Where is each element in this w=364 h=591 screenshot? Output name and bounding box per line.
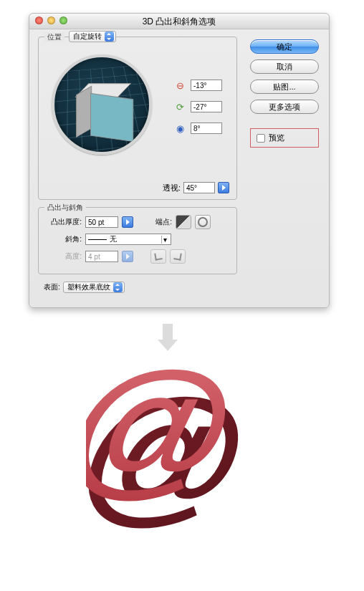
perspective-label: 透视: <box>163 183 181 193</box>
position-mode-value: 自定旋转 <box>73 32 102 42</box>
trackball-cube <box>76 83 128 135</box>
map-art-label: 贴图... <box>273 82 295 92</box>
cap-label: 端点: <box>150 217 172 227</box>
bevel-value: 无 <box>110 234 117 244</box>
map-art-button[interactable]: 贴图... <box>250 80 319 94</box>
cap-hollow-button[interactable] <box>195 215 211 229</box>
minimize-icon[interactable] <box>47 16 55 24</box>
axis-y-icon: ⟳ <box>173 100 186 113</box>
surface-label: 表面: <box>44 282 60 292</box>
bevel-line-icon <box>88 239 107 240</box>
position-legend: 位置 <box>44 32 64 42</box>
popup-arrows-icon <box>105 32 114 42</box>
axis-x-icon: ⊖ <box>173 79 186 92</box>
angle-z-input[interactable] <box>191 122 222 134</box>
position-group: 位置 自定旋转 ⊖ ⟳ ◉ <box>38 37 237 200</box>
height-label: 高度: <box>46 251 82 261</box>
preview-label: 预览 <box>269 133 284 143</box>
angle-y-row: ⟳ <box>173 100 222 113</box>
surface-row: 表面: 塑料效果底纹 <box>44 282 125 293</box>
bevel-label: 斜角: <box>46 234 82 244</box>
cancel-label: 取消 <box>277 62 292 72</box>
depth-row: 凸出厚度: 端点: <box>46 215 229 229</box>
angle-z-row: ◉ <box>173 122 222 135</box>
preview-checkbox-box[interactable]: 预览 <box>250 128 319 148</box>
popup-arrows-icon <box>113 282 123 292</box>
extrude-legend: 凸出与斜角 <box>44 203 86 213</box>
perspective-input[interactable] <box>183 182 215 193</box>
rotation-trackball[interactable] <box>52 54 152 155</box>
bevel-in-button <box>150 249 166 264</box>
surface-value: 塑料效果底纹 <box>67 282 110 292</box>
perspective-row: 透视: <box>163 182 229 193</box>
ok-button[interactable]: 确定 <box>250 39 319 54</box>
axis-z-icon: ◉ <box>173 122 186 135</box>
depth-input[interactable] <box>85 216 118 228</box>
angle-y-input[interactable] <box>191 101 222 112</box>
button-column: 确定 取消 贴图... 更多选项 预览 <box>250 39 319 148</box>
close-icon[interactable] <box>35 16 43 24</box>
bevel-row: 斜角: 无 ▾ <box>46 234 229 245</box>
window-controls <box>35 16 67 24</box>
surface-popup[interactable]: 塑料效果底纹 <box>63 282 125 293</box>
depth-stepper[interactable] <box>122 216 133 228</box>
preview-checkbox[interactable] <box>257 134 265 143</box>
titlebar[interactable]: 3D 凸出和斜角选项 <box>29 14 329 29</box>
dialog-title: 3D 凸出和斜角选项 <box>143 16 216 27</box>
angle-x-row: ⊖ <box>173 79 222 92</box>
down-arrow-icon <box>158 324 178 352</box>
chevron-down-icon: ▾ <box>161 236 168 244</box>
bevel-height-row: 高度: <box>46 249 229 264</box>
more-options-label: 更多选项 <box>269 102 300 112</box>
zoom-icon[interactable] <box>59 16 67 24</box>
bevel-out-button <box>170 249 186 264</box>
depth-label: 凸出厚度: <box>46 217 82 227</box>
position-mode-popup[interactable]: 自定旋转 <box>69 31 116 42</box>
dialog-3d-extrude: 3D 凸出和斜角选项 位置 自定旋转 ⊖ ⟳ <box>29 13 330 308</box>
angle-x-input[interactable] <box>191 80 222 91</box>
height-input <box>85 251 118 262</box>
height-stepper <box>122 251 133 262</box>
extrude-bevel-group: 凸出与斜角 凸出厚度: 端点: 斜角: 无 ▾ 高度: <box>38 207 237 274</box>
result-3d-at-symbol: @ @ <box>86 365 272 566</box>
more-options-button[interactable]: 更多选项 <box>250 100 319 114</box>
bevel-popup[interactable]: 无 ▾ <box>85 234 171 245</box>
cancel-button[interactable]: 取消 <box>250 59 319 74</box>
ok-label: 确定 <box>277 42 292 52</box>
perspective-stepper[interactable] <box>218 182 229 193</box>
cap-solid-button[interactable] <box>176 215 191 229</box>
